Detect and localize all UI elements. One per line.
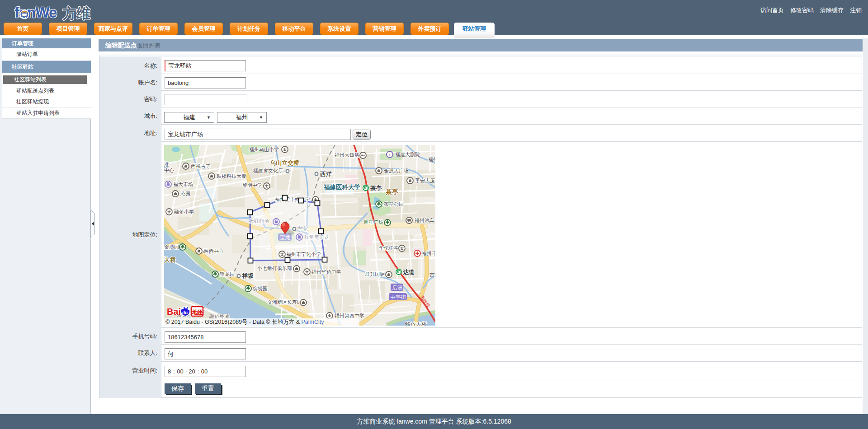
svg-text:金沙园: 金沙园 <box>164 244 179 250</box>
svg-text:望龙园: 望龙园 <box>220 271 235 277</box>
svg-text:缤纷园: 缤纷园 <box>253 286 268 291</box>
svg-text:鼓楼科技大厦: 鼓楼科技大厦 <box>216 173 246 179</box>
svg-text:西禅古寺: 西禅古寺 <box>191 163 211 169</box>
svg-text:福州大饭店: 福州大饭店 <box>335 152 359 158</box>
svg-text:古街: 古街 <box>429 272 435 277</box>
svg-text:福州华侨中学: 福州华侨中学 <box>311 269 341 275</box>
svg-text:茶亭: 茶亭 <box>370 185 382 191</box>
svg-text:茶亭公园: 茶亭公园 <box>384 201 404 207</box>
svg-text:福建医科大学: 福建医科大学 <box>323 184 361 191</box>
svg-text:福州市: 福州市 <box>422 251 435 256</box>
svg-text:华伦中学: 华伦中学 <box>378 245 399 251</box>
svg-text:天虹商场: 天虹商场 <box>249 218 269 224</box>
svg-text:义洲新区长寿园: 义洲新区长寿园 <box>267 299 302 305</box>
svg-text:小七散打俱乐部: 小七散打俱乐部 <box>257 266 292 271</box>
svg-text:福州市宁化小学: 福州市宁化小学 <box>286 252 321 257</box>
svg-text:福州第四中学: 福州第四中学 <box>335 313 364 318</box>
svg-text:du: du <box>182 310 188 315</box>
svg-text:后洲: 后洲 <box>392 285 403 290</box>
svg-text:西洋: 西洋 <box>320 171 332 177</box>
svg-text:福州乌山小学: 福州乌山小学 <box>249 147 279 152</box>
svg-text:福州三十六中学: 福州三十六中学 <box>275 196 310 202</box>
svg-text:融侨中心: 融侨中心 <box>203 248 223 254</box>
svg-text:群升国际: 群升国际 <box>365 271 385 277</box>
svg-text:中亭街: 中亭街 <box>391 294 406 300</box>
svg-text:准: 准 <box>164 162 169 167</box>
svg-text:黎明中学: 黎明中学 <box>242 182 262 188</box>
svg-text:平安大厦: 平安大厦 <box>415 178 435 183</box>
svg-text:祥坂: 祥坂 <box>241 272 254 279</box>
svg-text:沁园: 沁园 <box>180 191 190 196</box>
svg-text:福建大剧院: 福建大剧院 <box>395 152 420 157</box>
svg-text:福州: 福州 <box>428 157 435 162</box>
svg-text:Bai: Bai <box>167 307 181 317</box>
svg-text:红星美凯龙: 红星美凯龙 <box>304 234 329 240</box>
svg-text:大桥: 大桥 <box>164 256 176 263</box>
svg-text:福建省文化厅: 福建省文化厅 <box>253 168 283 173</box>
svg-text:融侨小学: 融侨小学 <box>174 209 194 214</box>
svg-text:金源大广场: 金源大广场 <box>384 168 409 173</box>
svg-text:宁化: 宁化 <box>297 226 308 232</box>
svg-text:茶亭: 茶亭 <box>386 188 398 196</box>
svg-text:地图: 地图 <box>192 309 204 316</box>
svg-text:福州汽车: 福州汽车 <box>415 218 434 223</box>
svg-text:宝龙: 宝龙 <box>280 234 291 241</box>
svg-text:青年广场: 青年广场 <box>363 219 383 225</box>
svg-text:© 2017 Baidu - GS(2016)2089号 -: © 2017 Baidu - GS(2016)2089号 - Data © 长地… <box>165 319 324 325</box>
svg-text:达道: 达道 <box>403 269 415 275</box>
svg-text:福大市场: 福大市场 <box>173 182 193 187</box>
svg-text:解放大桥: 解放大桥 <box>405 321 427 326</box>
svg-text:中心: 中心 <box>164 168 174 173</box>
svg-text:乌山立交桥: 乌山立交桥 <box>269 159 300 166</box>
svg-text:方维: 方维 <box>62 5 90 21</box>
